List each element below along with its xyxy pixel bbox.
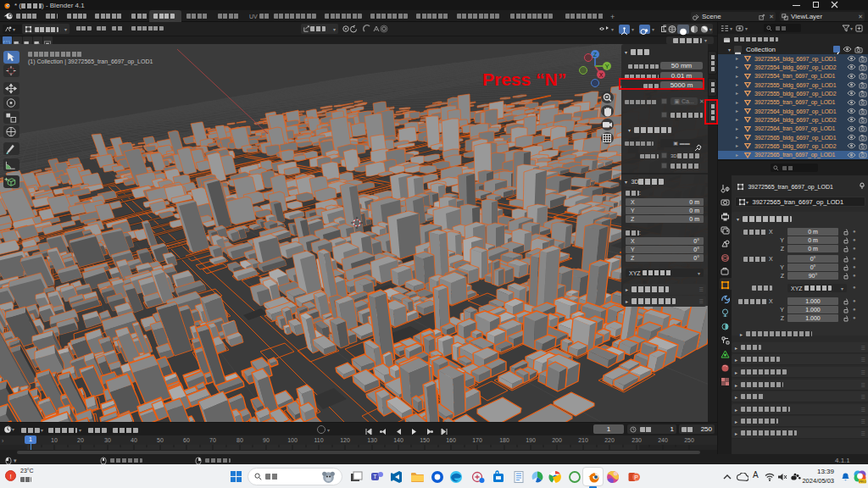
svg-text:PRO: PRO	[859, 480, 866, 484]
svg-text:X: X	[599, 72, 604, 78]
svg-text:Z: Z	[593, 52, 598, 58]
svg-text:T: T	[373, 474, 377, 480]
svg-text:P: P	[634, 474, 638, 480]
svg-text:Y: Y	[605, 64, 609, 69]
svg-text:!: !	[9, 473, 11, 480]
